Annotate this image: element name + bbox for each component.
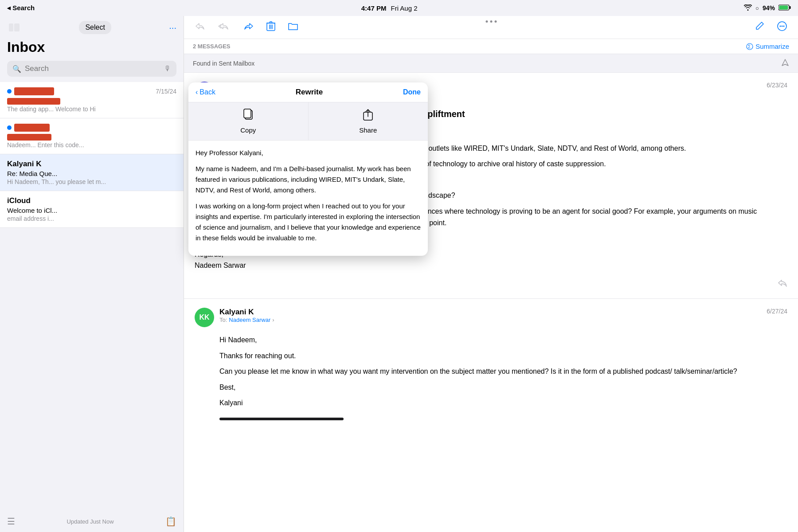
email-date: 6/23/24 — [767, 82, 787, 89]
mail-list: 7/15/24 The dating app... Welcome to Hi — [0, 82, 184, 511]
email-message-2: KK Kalyani K To: Nadeem Sarwar › 6/27/24… — [184, 299, 798, 429]
content-panel: 2 MESSAGES Σ Summarize Found in Sent Mai… — [184, 16, 798, 532]
inbox-title: Inbox — [0, 39, 184, 59]
rewrite-done-button[interactable]: Done — [403, 88, 421, 96]
sidebar-toolbar: Select ··· — [0, 16, 184, 39]
second-email-body: Hi Nadeem, Thanks for reaching out. Can … — [195, 334, 787, 420]
avatar-kk: KK — [195, 308, 214, 327]
second-email-sender: Kalyani K — [219, 308, 761, 317]
sidebar-footer: ☰ Updated Just Now 📋 — [0, 511, 184, 532]
svg-point-7 — [780, 25, 781, 27]
reply-all-button[interactable] — [216, 20, 233, 35]
svg-rect-1 — [789, 6, 790, 9]
status-date: Fri Aug 2 — [391, 4, 417, 12]
search-icon: 🔍 — [12, 65, 21, 73]
rewrite-back-button[interactable]: ‹ Back — [196, 88, 215, 96]
select-button[interactable]: Select — [79, 21, 111, 34]
signal-icon: ○ — [755, 5, 759, 12]
mail-sender — [7, 87, 54, 95]
svg-point-9 — [783, 25, 785, 27]
mail-sender: Kalyani K — [7, 160, 41, 168]
reply-icon[interactable] — [778, 279, 787, 289]
rewrite-header: ‹ Back Rewrite Done — [188, 82, 428, 102]
mail-subject — [7, 97, 176, 105]
svg-text:Σ: Σ — [748, 44, 751, 49]
mail-item[interactable]: Nadeem... Enter this code... — [0, 118, 184, 155]
mail-preview: email address i... — [7, 215, 176, 222]
top-dots — [485, 20, 497, 23]
mail-item-icloud[interactable]: iCloud Welcome to iCl... email address i… — [0, 191, 184, 228]
more-button[interactable]: ··· — [169, 23, 176, 33]
rewrite-content: Hey Professor Kalyani, My name is Nadeem… — [188, 141, 428, 256]
status-time: 4:47 PM — [361, 4, 387, 12]
content-toolbar — [184, 16, 798, 39]
list-icon[interactable]: ☰ — [7, 516, 15, 527]
forward-button[interactable] — [242, 20, 256, 35]
folder-button[interactable] — [286, 20, 300, 35]
found-in-text: Found in Sent Mailbox — [193, 60, 254, 67]
note-icon[interactable]: 📋 — [165, 516, 176, 527]
wifi-icon — [744, 4, 752, 12]
battery-icon — [778, 4, 791, 12]
second-email-to: To: Nadeem Sarwar › — [219, 317, 761, 323]
mail-item[interactable]: 7/15/24 The dating app... Welcome to Hi — [0, 82, 184, 118]
send-icon — [781, 59, 789, 68]
copy-label: Copy — [240, 126, 256, 134]
sidebar: Select ··· Inbox 🔍 🎙 7/15/24 Th — [0, 16, 184, 532]
rewrite-overlay: ‹ Back Rewrite Done Copy — [188, 82, 428, 256]
search-bar: 🔍 🎙 — [7, 61, 176, 77]
found-in-bar: Found in Sent Mailbox — [184, 54, 798, 73]
mail-subject: Welcome to iCl... — [7, 207, 176, 214]
mail-sender: iCloud — [7, 196, 31, 205]
share-label: Share — [359, 126, 377, 134]
status-back[interactable]: ◂ Search — [7, 4, 35, 12]
svg-rect-13 — [244, 109, 251, 118]
mail-preview: Hi Nadeem, Th... you please let m... — [7, 178, 176, 185]
mail-sender — [7, 124, 50, 132]
second-email-date: 6/27/24 — [767, 308, 787, 315]
search-input[interactable] — [25, 64, 160, 73]
mail-preview: Nadeem... Enter this code... — [7, 141, 176, 149]
mic-icon[interactable]: 🎙 — [164, 65, 171, 73]
rewrite-title: Rewrite — [296, 88, 323, 97]
copy-button[interactable]: Copy — [188, 102, 309, 140]
summarize-button[interactable]: Σ Summarize — [746, 43, 789, 50]
share-icon — [363, 109, 373, 124]
footer-updated-text: Updated Just Now — [66, 518, 113, 525]
rewrite-actions: Copy Share — [188, 102, 428, 141]
svg-rect-3 — [9, 23, 13, 31]
mail-preview: The dating app... Welcome to Hi — [7, 106, 176, 113]
messages-count-bar: 2 MESSAGES Σ Summarize — [184, 39, 798, 54]
to-name-link[interactable]: Nadeem Sarwar — [229, 317, 270, 323]
battery-label: 94% — [763, 4, 775, 12]
compose-button[interactable] — [753, 20, 766, 35]
mail-item-kalyani[interactable]: Kalyani K Re: Media Que... Hi Nadeem, Th… — [0, 154, 184, 191]
svg-point-8 — [782, 25, 783, 27]
svg-rect-4 — [14, 23, 20, 31]
status-bar: ◂ Search 4:47 PM Fri Aug 2 ○ 94% — [0, 0, 798, 16]
sidebar-toggle-button[interactable] — [7, 22, 21, 33]
trash-button[interactable] — [265, 20, 277, 35]
copy-icon — [243, 109, 254, 124]
mail-date: 7/15/24 — [156, 88, 176, 95]
svg-rect-2 — [779, 5, 788, 9]
share-button[interactable]: Share — [309, 102, 428, 140]
messages-count: 2 MESSAGES — [193, 43, 231, 50]
mail-subject — [7, 133, 176, 141]
more-options-button[interactable] — [775, 19, 789, 36]
reply-button[interactable] — [193, 20, 207, 35]
mail-subject: Re: Media Que... — [7, 170, 176, 177]
